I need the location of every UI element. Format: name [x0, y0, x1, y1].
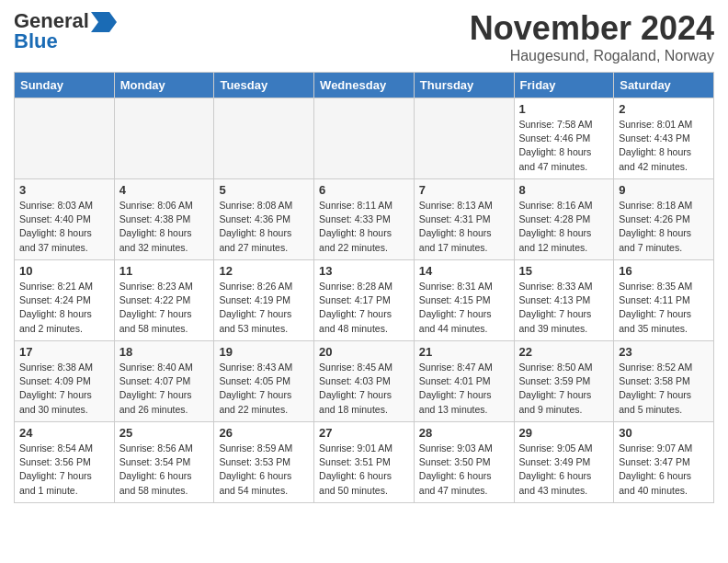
- calendar-day-cell: 1Sunrise: 7:58 AM Sunset: 4:46 PM Daylig…: [514, 98, 614, 179]
- calendar-day-cell: 16Sunrise: 8:35 AM Sunset: 4:11 PM Dayli…: [614, 260, 714, 341]
- day-info: Sunrise: 8:59 AM Sunset: 3:53 PM Dayligh…: [219, 442, 309, 498]
- calendar-day-cell: 28Sunrise: 9:03 AM Sunset: 3:50 PM Dayli…: [414, 422, 514, 503]
- day-number: 29: [519, 426, 609, 440]
- calendar-day-cell: 10Sunrise: 8:21 AM Sunset: 4:24 PM Dayli…: [15, 260, 115, 341]
- calendar-day-cell: 29Sunrise: 9:05 AM Sunset: 3:49 PM Dayli…: [514, 422, 614, 503]
- calendar-day-cell: 5Sunrise: 8:08 AM Sunset: 4:36 PM Daylig…: [214, 179, 314, 260]
- logo-arrow-icon: [91, 12, 117, 32]
- day-number: 8: [519, 183, 609, 197]
- calendar-week-row: 17Sunrise: 8:38 AM Sunset: 4:09 PM Dayli…: [15, 341, 714, 422]
- calendar-week-row: 10Sunrise: 8:21 AM Sunset: 4:24 PM Dayli…: [15, 260, 714, 341]
- calendar-header-friday: Friday: [514, 73, 614, 98]
- day-info: Sunrise: 8:38 AM Sunset: 4:09 PM Dayligh…: [19, 361, 109, 417]
- calendar-header-wednesday: Wednesday: [314, 73, 415, 98]
- calendar-header-sunday: Sunday: [15, 73, 115, 98]
- day-info: Sunrise: 8:06 AM Sunset: 4:38 PM Dayligh…: [119, 199, 210, 255]
- calendar-day-cell: 18Sunrise: 8:40 AM Sunset: 4:07 PM Dayli…: [114, 341, 214, 422]
- day-info: Sunrise: 8:18 AM Sunset: 4:26 PM Dayligh…: [619, 199, 709, 255]
- calendar-empty-cell: [414, 98, 514, 179]
- day-number: 4: [119, 183, 210, 197]
- calendar-empty-cell: [15, 98, 115, 179]
- svg-marker-0: [91, 12, 117, 32]
- calendar-day-cell: 11Sunrise: 8:23 AM Sunset: 4:22 PM Dayli…: [114, 260, 214, 341]
- day-number: 30: [619, 426, 709, 440]
- day-number: 3: [19, 183, 109, 197]
- calendar-body: 1Sunrise: 7:58 AM Sunset: 4:46 PM Daylig…: [15, 98, 714, 503]
- day-number: 9: [619, 183, 709, 197]
- day-number: 26: [219, 426, 309, 440]
- day-info: Sunrise: 8:52 AM Sunset: 3:58 PM Dayligh…: [619, 361, 709, 417]
- day-number: 15: [519, 264, 609, 278]
- logo-blue-text: Blue: [14, 29, 58, 53]
- calendar-day-cell: 30Sunrise: 9:07 AM Sunset: 3:47 PM Dayli…: [614, 422, 714, 503]
- day-info: Sunrise: 8:01 AM Sunset: 4:43 PM Dayligh…: [619, 118, 709, 174]
- calendar-day-cell: 2Sunrise: 8:01 AM Sunset: 4:43 PM Daylig…: [614, 98, 714, 179]
- calendar-day-cell: 23Sunrise: 8:52 AM Sunset: 3:58 PM Dayli…: [614, 341, 714, 422]
- calendar-day-cell: 4Sunrise: 8:06 AM Sunset: 4:38 PM Daylig…: [114, 179, 214, 260]
- calendar-day-cell: 19Sunrise: 8:43 AM Sunset: 4:05 PM Dayli…: [214, 341, 314, 422]
- day-info: Sunrise: 9:05 AM Sunset: 3:49 PM Dayligh…: [519, 442, 609, 498]
- day-number: 5: [219, 183, 309, 197]
- day-number: 28: [419, 426, 509, 440]
- calendar-day-cell: 25Sunrise: 8:56 AM Sunset: 3:54 PM Dayli…: [114, 422, 214, 503]
- calendar-week-row: 24Sunrise: 8:54 AM Sunset: 3:56 PM Dayli…: [15, 422, 714, 503]
- calendar-week-row: 3Sunrise: 8:03 AM Sunset: 4:40 PM Daylig…: [15, 179, 714, 260]
- day-info: Sunrise: 9:03 AM Sunset: 3:50 PM Dayligh…: [419, 442, 509, 498]
- day-number: 14: [419, 264, 509, 278]
- calendar-header-tuesday: Tuesday: [214, 73, 314, 98]
- month-title: November 2024: [470, 9, 714, 48]
- day-number: 21: [419, 345, 509, 359]
- calendar-header-monday: Monday: [114, 73, 214, 98]
- day-number: 7: [419, 183, 509, 197]
- day-number: 1: [519, 102, 609, 116]
- calendar-day-cell: 7Sunrise: 8:13 AM Sunset: 4:31 PM Daylig…: [414, 179, 514, 260]
- day-info: Sunrise: 8:35 AM Sunset: 4:11 PM Dayligh…: [619, 280, 709, 336]
- day-info: Sunrise: 9:07 AM Sunset: 3:47 PM Dayligh…: [619, 442, 709, 498]
- calendar-day-cell: 27Sunrise: 9:01 AM Sunset: 3:51 PM Dayli…: [314, 422, 415, 503]
- calendar-day-cell: 17Sunrise: 8:38 AM Sunset: 4:09 PM Dayli…: [15, 341, 115, 422]
- day-info: Sunrise: 8:26 AM Sunset: 4:19 PM Dayligh…: [219, 280, 309, 336]
- logo: General Blue: [14, 9, 117, 53]
- day-info: Sunrise: 8:13 AM Sunset: 4:31 PM Dayligh…: [419, 199, 509, 255]
- day-info: Sunrise: 8:40 AM Sunset: 4:07 PM Dayligh…: [119, 361, 210, 417]
- day-info: Sunrise: 8:47 AM Sunset: 4:01 PM Dayligh…: [419, 361, 509, 417]
- day-info: Sunrise: 8:23 AM Sunset: 4:22 PM Dayligh…: [119, 280, 210, 336]
- day-number: 19: [219, 345, 309, 359]
- calendar-day-cell: 12Sunrise: 8:26 AM Sunset: 4:19 PM Dayli…: [214, 260, 314, 341]
- calendar-empty-cell: [114, 98, 214, 179]
- day-info: Sunrise: 8:31 AM Sunset: 4:15 PM Dayligh…: [419, 280, 509, 336]
- calendar-header-row: SundayMondayTuesdayWednesdayThursdayFrid…: [15, 73, 714, 98]
- day-info: Sunrise: 8:28 AM Sunset: 4:17 PM Dayligh…: [319, 280, 409, 336]
- day-info: Sunrise: 8:43 AM Sunset: 4:05 PM Dayligh…: [219, 361, 309, 417]
- calendar-day-cell: 20Sunrise: 8:45 AM Sunset: 4:03 PM Dayli…: [314, 341, 415, 422]
- calendar-day-cell: 15Sunrise: 8:33 AM Sunset: 4:13 PM Dayli…: [514, 260, 614, 341]
- day-number: 13: [319, 264, 409, 278]
- day-info: Sunrise: 8:33 AM Sunset: 4:13 PM Dayligh…: [519, 280, 609, 336]
- day-number: 12: [219, 264, 309, 278]
- calendar-header-saturday: Saturday: [614, 73, 714, 98]
- calendar-empty-cell: [214, 98, 314, 179]
- calendar-empty-cell: [314, 98, 415, 179]
- calendar-day-cell: 3Sunrise: 8:03 AM Sunset: 4:40 PM Daylig…: [15, 179, 115, 260]
- calendar-day-cell: 24Sunrise: 8:54 AM Sunset: 3:56 PM Dayli…: [15, 422, 115, 503]
- day-number: 22: [519, 345, 609, 359]
- calendar-day-cell: 14Sunrise: 8:31 AM Sunset: 4:15 PM Dayli…: [414, 260, 514, 341]
- day-info: Sunrise: 8:56 AM Sunset: 3:54 PM Dayligh…: [119, 442, 210, 498]
- day-number: 24: [19, 426, 109, 440]
- day-info: Sunrise: 8:11 AM Sunset: 4:33 PM Dayligh…: [319, 199, 409, 255]
- calendar-table: SundayMondayTuesdayWednesdayThursdayFrid…: [14, 72, 714, 503]
- calendar-day-cell: 9Sunrise: 8:18 AM Sunset: 4:26 PM Daylig…: [614, 179, 714, 260]
- day-info: Sunrise: 8:08 AM Sunset: 4:36 PM Dayligh…: [219, 199, 309, 255]
- calendar-header-thursday: Thursday: [414, 73, 514, 98]
- day-number: 10: [19, 264, 109, 278]
- day-info: Sunrise: 7:58 AM Sunset: 4:46 PM Dayligh…: [519, 118, 609, 174]
- calendar-week-row: 1Sunrise: 7:58 AM Sunset: 4:46 PM Daylig…: [15, 98, 714, 179]
- day-number: 6: [319, 183, 409, 197]
- day-number: 18: [119, 345, 210, 359]
- day-number: 11: [119, 264, 210, 278]
- day-info: Sunrise: 9:01 AM Sunset: 3:51 PM Dayligh…: [319, 442, 409, 498]
- day-info: Sunrise: 8:45 AM Sunset: 4:03 PM Dayligh…: [319, 361, 409, 417]
- calendar-day-cell: 6Sunrise: 8:11 AM Sunset: 4:33 PM Daylig…: [314, 179, 415, 260]
- day-info: Sunrise: 8:50 AM Sunset: 3:59 PM Dayligh…: [519, 361, 609, 417]
- day-info: Sunrise: 8:54 AM Sunset: 3:56 PM Dayligh…: [19, 442, 109, 498]
